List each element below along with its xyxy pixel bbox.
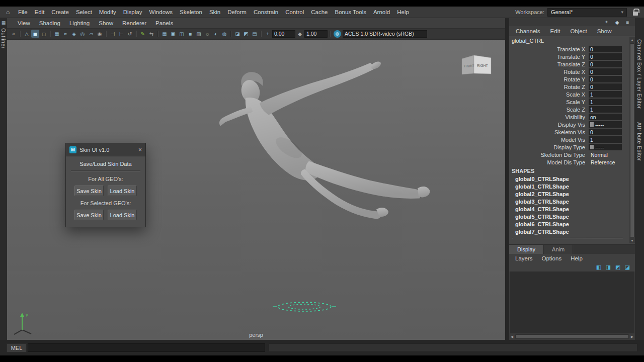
input-connections-icon[interactable]: ⊣ bbox=[109, 30, 117, 38]
menu-select[interactable]: Select bbox=[72, 9, 96, 15]
rig-control-curve[interactable] bbox=[273, 302, 336, 311]
lights-mode-icon[interactable]: ☼ bbox=[203, 30, 211, 38]
transform-scale-field[interactable] bbox=[304, 30, 328, 38]
channel-label[interactable]: Translate Y bbox=[509, 54, 589, 60]
render-settings-icon[interactable]: ▤ bbox=[251, 30, 259, 38]
menu-file[interactable]: File bbox=[15, 9, 31, 15]
move-layer-up-icon[interactable]: ◩ bbox=[614, 263, 621, 270]
cb-menu-show[interactable]: Show bbox=[593, 28, 616, 34]
shadows-mode-icon[interactable]: ◐ bbox=[212, 30, 220, 38]
menu-control[interactable]: Control bbox=[282, 9, 307, 15]
xray-mode-icon[interactable]: ◍ bbox=[220, 30, 228, 38]
channel-value-field[interactable]: 0 bbox=[589, 76, 622, 82]
load-skin-all-button[interactable]: Load Skin bbox=[108, 186, 137, 196]
menu-cache[interactable]: Cache bbox=[307, 9, 331, 15]
command-line-input[interactable] bbox=[28, 343, 265, 352]
channel-label[interactable]: Display Type bbox=[509, 144, 589, 150]
scroll-right-arrow-icon[interactable]: ▶ bbox=[629, 334, 635, 339]
select-by-hierarchy-icon[interactable]: △ bbox=[23, 30, 31, 38]
outliner-vertical-tab[interactable]: Outliner bbox=[1, 28, 7, 49]
menu-create[interactable]: Create bbox=[48, 9, 72, 15]
move-layer-down-icon[interactable]: ◪ bbox=[624, 263, 631, 270]
channel-label[interactable]: Rotate X bbox=[509, 69, 589, 75]
channel-label[interactable]: Model Dis Type bbox=[509, 159, 589, 165]
film-gate-icon[interactable]: ▣ bbox=[169, 30, 177, 38]
channel-label[interactable]: Translate X bbox=[509, 46, 589, 52]
panel-menu-panels[interactable]: Panels bbox=[151, 20, 178, 26]
channel-label[interactable]: Scale Y bbox=[509, 99, 589, 105]
color-management-icon[interactable]: ◍ bbox=[334, 30, 341, 38]
cb-menu-channels[interactable]: Channels bbox=[511, 28, 545, 34]
status-collapse-icon[interactable]: « bbox=[10, 30, 18, 38]
channel-label[interactable]: Skeleton Vis bbox=[509, 129, 589, 135]
channel-label[interactable]: Translate Z bbox=[509, 61, 589, 67]
absolute-transform-icon[interactable]: + bbox=[264, 30, 272, 38]
channel-label[interactable]: Rotate Z bbox=[509, 84, 589, 90]
shape-node-item[interactable]: global3_CTRLShape bbox=[509, 198, 629, 205]
scroll-down-arrow-icon[interactable]: ▼ bbox=[629, 238, 635, 243]
shape-node-item[interactable]: global2_CTRLShape bbox=[509, 190, 629, 198]
menu-constrain[interactable]: Constrain bbox=[250, 9, 282, 15]
panel-menu-lighting[interactable]: Lighting bbox=[65, 20, 94, 26]
select-by-component-icon[interactable]: ◻ bbox=[40, 30, 48, 38]
tab-display[interactable]: Display bbox=[509, 245, 544, 254]
load-skin-selected-button[interactable]: Load Skin bbox=[108, 210, 137, 220]
maya-home-icon[interactable]: ⌂ bbox=[4, 9, 12, 16]
panel-splitter[interactable] bbox=[505, 18, 509, 340]
channel-enum-value[interactable]: Normal bbox=[589, 151, 622, 158]
channel-value-field[interactable]: 1 bbox=[589, 91, 622, 98]
panel-menu-renderer[interactable]: Renderer bbox=[118, 20, 151, 26]
channel-label[interactable]: Display Vis bbox=[509, 122, 589, 128]
channel-label[interactable]: Skeleton Dis Type bbox=[509, 152, 589, 158]
menu-skin[interactable]: Skin bbox=[206, 9, 224, 15]
speed-slider-icon[interactable]: ◆ bbox=[614, 19, 620, 26]
channel-label[interactable]: Scale Z bbox=[509, 107, 589, 113]
scroll-up-arrow-icon[interactable]: ▲ bbox=[629, 37, 635, 43]
attribute-editor-vertical-tab[interactable]: Attribute Editor bbox=[636, 122, 642, 161]
channel-box-scrollbar[interactable]: ▲ ▼ bbox=[629, 37, 635, 243]
channel-enum-value[interactable]: Reference bbox=[589, 159, 622, 165]
menu-modify[interactable]: Modify bbox=[96, 9, 120, 15]
channel-value-field[interactable]: 0 bbox=[589, 46, 622, 52]
channel-value-field[interactable]: 0 bbox=[589, 53, 622, 60]
menu-arnold[interactable]: Arnold bbox=[370, 9, 393, 15]
cb-menu-object[interactable]: Object bbox=[566, 28, 591, 34]
menu-display[interactable]: Display bbox=[120, 9, 146, 15]
skin-ui-dialog[interactable]: M Skin UI v1.0 × Save/Load Skin Data For… bbox=[65, 143, 146, 227]
render-frame-icon[interactable]: ◪ bbox=[233, 30, 242, 38]
construction-history-icon[interactable]: ↺ bbox=[126, 30, 134, 38]
shape-node-item[interactable]: global5_CTRLShape bbox=[509, 213, 629, 220]
transform-x-field[interactable] bbox=[272, 30, 295, 38]
le-menu-help[interactable]: Help bbox=[567, 255, 587, 261]
panel-menu-show[interactable]: Show bbox=[94, 20, 118, 26]
save-skin-selected-button[interactable]: Save Skin bbox=[74, 210, 104, 220]
panel-menu-view[interactable]: View bbox=[13, 20, 35, 26]
workspace-dropdown[interactable]: General* ▾ bbox=[547, 8, 627, 17]
scrollbar-thumb[interactable] bbox=[630, 43, 634, 237]
shape-node-item[interactable]: global0_CTRLShape bbox=[509, 175, 629, 183]
channel-value-field[interactable]: 0 bbox=[589, 61, 622, 67]
layer-list-area[interactable] bbox=[510, 272, 634, 333]
shaded-mode-icon[interactable]: ■ bbox=[186, 30, 194, 38]
modeling-toolkit-icon[interactable]: ✎ bbox=[139, 30, 147, 38]
channel-value-field[interactable]: 0 bbox=[589, 68, 622, 75]
channel-value-field[interactable]: on bbox=[589, 114, 622, 120]
channel-label[interactable]: Scale X bbox=[509, 92, 589, 98]
panel-menu-shading[interactable]: Shading bbox=[35, 20, 65, 26]
wireframe-mode-icon[interactable]: ◫ bbox=[178, 30, 186, 38]
channel-label[interactable]: Model Vis bbox=[509, 137, 589, 143]
menu-help[interactable]: Help bbox=[393, 9, 413, 15]
tab-anim[interactable]: Anim bbox=[544, 245, 573, 254]
le-menu-options[interactable]: Options bbox=[538, 255, 566, 261]
ipr-render-icon[interactable]: ◩ bbox=[242, 30, 250, 38]
le-menu-layers[interactable]: Layers bbox=[511, 255, 537, 261]
textured-mode-icon[interactable]: ▨ bbox=[195, 30, 203, 38]
snap-to-grid-icon[interactable]: ▦ bbox=[53, 30, 61, 38]
mel-mode-button[interactable]: MEL bbox=[7, 343, 27, 352]
manipulator-icon[interactable]: ⌖ bbox=[603, 19, 610, 26]
channel-value-field[interactable]: 0 bbox=[589, 83, 622, 90]
channel-enum-field[interactable]: ----- bbox=[589, 121, 622, 128]
snap-to-view-plane-icon[interactable]: ▱ bbox=[87, 30, 95, 38]
channel-box-vertical-tab[interactable]: Channel Box / Layer Editor bbox=[636, 39, 642, 109]
menu-skeleton[interactable]: Skeleton bbox=[176, 9, 206, 15]
